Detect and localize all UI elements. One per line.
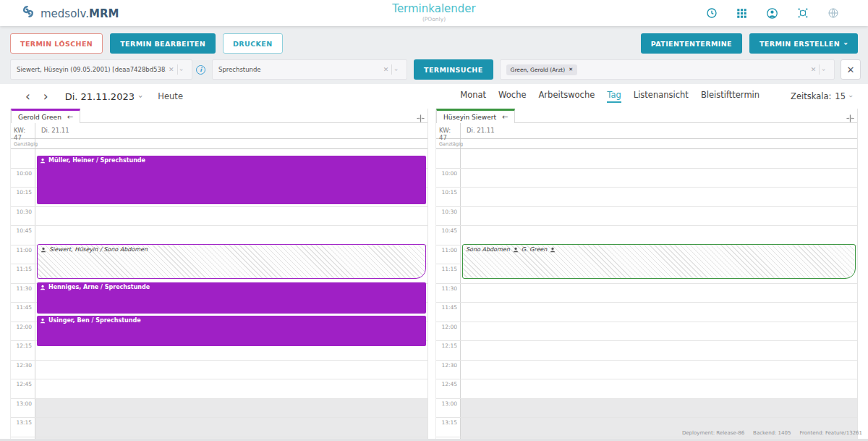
create-appointment-label: TERMIN ERSTELLEN	[760, 40, 840, 48]
allday-label: Ganztägig	[436, 139, 461, 148]
resources-dropdown-chevron-icon[interactable]: ›	[821, 65, 827, 74]
user-icon[interactable]	[766, 7, 778, 20]
time-label: 12:30	[11, 361, 35, 379]
appointment-label-2: G. Green	[522, 246, 548, 253]
date-picker-chevron-icon[interactable]: ›	[137, 95, 145, 98]
calendar-head-row: KW: 47 Di. 21.11	[11, 123, 427, 139]
clear-type-icon[interactable]: ✕	[380, 66, 392, 73]
calendar-column-gerold-green: Gerold Green ← KW: 47 Di. 21.11 Ganztägi…	[10, 109, 428, 441]
time-label: 12:00	[436, 322, 461, 341]
timescale-selector[interactable]: Zeitskala: 15 ›	[791, 91, 852, 101]
time-label: 10:45	[11, 226, 35, 245]
app-logo[interactable]: medsolv.MRM	[0, 4, 119, 22]
person-icon	[550, 247, 556, 253]
appointment-label: Sono Abdomen	[466, 246, 510, 253]
time-label: 12:30	[436, 361, 461, 379]
calendar-tab-row: Gerold Green ←	[11, 109, 427, 123]
appointment[interactable]: Siewert, Hüseyin / Sono Abdomen	[37, 244, 426, 279]
appointment[interactable]: Sono AbdomenG. Green	[462, 244, 856, 279]
person-icon	[40, 318, 46, 324]
view-tag[interactable]: Tag	[607, 90, 621, 103]
day-header[interactable]: Di. 21.11	[35, 123, 427, 138]
delete-appointment-button[interactable]: TERMIN LÖSCHEN	[10, 33, 103, 54]
appointment-type-value: Sprechstunde	[218, 66, 261, 73]
next-day-button[interactable]: ›	[37, 91, 55, 103]
patient-filter-field[interactable]: Siewert, Hüseyin (09.05.2001) [deaa7428b…	[10, 59, 192, 80]
time-label: 11:45	[436, 303, 461, 322]
time-label: 10:30	[436, 207, 461, 226]
time-label: 12:15	[436, 341, 461, 360]
appointment-label: Müller, Heiner / Sprechstunde	[48, 157, 145, 164]
person-icon	[513, 247, 519, 253]
today-button[interactable]: Heute	[158, 91, 183, 101]
scan-user-icon[interactable]	[797, 7, 809, 19]
logo-suffix: MRM	[89, 7, 119, 20]
calendar-tab[interactable]: Gerold Green ←	[11, 109, 80, 123]
globe-icon[interactable]	[827, 7, 839, 19]
timescale-chevron-icon: ›	[847, 95, 854, 98]
info-icon[interactable]: i	[196, 65, 205, 75]
appointment-label: Henniges, Arne / Sprechstunde	[48, 284, 150, 290]
appointment[interactable]: Usinger, Ben / Sprechstunde	[37, 316, 426, 346]
collapse-arrow-icon[interactable]: ←	[67, 113, 73, 121]
time-label	[436, 149, 461, 168]
type-dropdown-chevron-icon[interactable]: ›	[393, 65, 400, 74]
person-icon	[41, 247, 46, 253]
logo-text: medsolv.	[41, 7, 89, 20]
frontend-info: Frontend: Feature/13261	[799, 430, 862, 436]
chip-remove-icon[interactable]: ✕	[569, 67, 573, 72]
patient-appointments-button[interactable]: PATIENTENTERMINE	[641, 33, 742, 54]
filter-bar: Siewert, Hüseyin (09.05.2001) [deaa7428b…	[10, 59, 861, 80]
collapse-arrow-icon[interactable]: ←	[502, 113, 508, 121]
view-bleistifttermin[interactable]: Bleistifttermin	[701, 90, 760, 103]
clock-icon[interactable]	[706, 7, 718, 19]
appointment[interactable]: Henniges, Arne / Sprechstunde	[37, 282, 426, 314]
appointment-type-field[interactable]: Sprechstunde ✕ ›	[212, 59, 407, 80]
calendar-navigation: ‹ › Di. 21.11.2023 › Heute Monat Woche A…	[0, 84, 868, 109]
time-label: 11:45	[11, 303, 35, 322]
time-label: 11:15	[11, 264, 35, 283]
time-label: 10:00	[436, 169, 461, 188]
split-handle-icon[interactable]	[846, 112, 854, 125]
time-label: 13:15	[11, 418, 35, 437]
deployment-info: Deployment: Release-86	[682, 430, 744, 436]
close-search-button[interactable]: ✕	[841, 59, 861, 80]
time-label: 11:30	[436, 284, 461, 303]
time-label: 13:00	[11, 399, 35, 418]
split-handle-icon[interactable]	[417, 112, 425, 125]
view-woche[interactable]: Woche	[498, 90, 526, 103]
time-label: 11:15	[436, 264, 461, 283]
calendar-panel: ‹ › Di. 21.11.2023 › Heute Monat Woche A…	[0, 84, 868, 441]
appointment[interactable]: Müller, Heiner / Sprechstunde	[37, 156, 426, 204]
view-listenansicht[interactable]: Listenansicht	[634, 90, 689, 103]
time-label: 11:30	[11, 284, 35, 303]
time-label: 12:45	[11, 379, 35, 398]
terminsuche-button[interactable]: TERMINSUCHE	[414, 59, 493, 80]
calendar-tab[interactable]: Hüseyin Siewert ←	[436, 109, 515, 123]
view-monat[interactable]: Monat	[460, 90, 486, 103]
medsolv-logo-icon	[20, 4, 36, 22]
resource-filter-field[interactable]: Green, Gerold (Arzt) ✕ ✕ ›	[500, 59, 835, 80]
current-date[interactable]: Di. 21.11.2023	[65, 91, 135, 102]
calendar-name: Gerold Green	[18, 114, 61, 121]
resource-chip[interactable]: Green, Gerold (Arzt) ✕	[506, 64, 577, 75]
print-button[interactable]: DRUCKEN	[223, 33, 283, 54]
apps-grid-icon[interactable]	[736, 8, 747, 19]
person-icon	[40, 285, 46, 290]
time-label: 11:00	[11, 245, 35, 264]
day-header[interactable]: Di. 21.11	[461, 123, 857, 138]
app-header: medsolv.MRM Terminkalender (POonly)	[0, 0, 868, 26]
clear-resources-icon[interactable]: ✕	[808, 66, 820, 73]
patient-dropdown-chevron-icon[interactable]: ›	[179, 65, 185, 74]
time-label	[11, 149, 35, 168]
allday-cell[interactable]	[35, 139, 427, 148]
timescale-label: Zeitskala:	[791, 91, 831, 101]
create-appointment-button[interactable]: TERMIN ERSTELLEN ›	[749, 33, 858, 54]
allday-cell[interactable]	[461, 139, 857, 148]
edit-appointment-button[interactable]: TERMIN BEARBEITEN	[110, 33, 216, 54]
calendar-name: Hüseyin Siewert	[443, 114, 496, 121]
backend-info: Backend: 1405	[753, 430, 791, 436]
view-arbeitswoche[interactable]: Arbeitswoche	[539, 90, 595, 103]
clear-patient-icon[interactable]: ✕	[166, 66, 177, 73]
previous-day-button[interactable]: ‹	[19, 91, 37, 103]
